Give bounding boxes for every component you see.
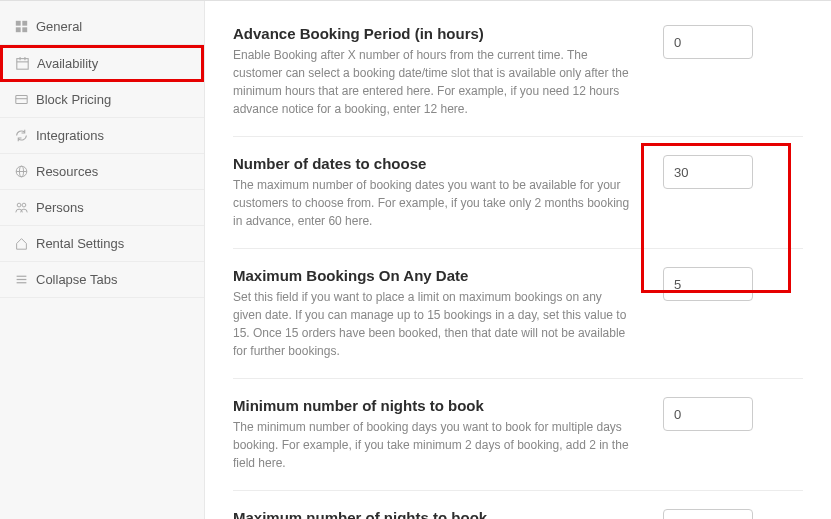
svg-rect-1 [22, 21, 27, 26]
field-title: Maximum Bookings On Any Date [233, 267, 633, 284]
svg-rect-8 [15, 95, 26, 103]
globe-icon [14, 165, 28, 179]
field-description: The minimum number of booking days you w… [233, 418, 633, 472]
field-max-bookings: Maximum Bookings On Any Date Set this fi… [233, 249, 803, 379]
svg-point-13 [17, 203, 21, 207]
svg-rect-2 [15, 27, 20, 32]
svg-rect-3 [22, 27, 27, 32]
sidebar-item-label: Collapse Tabs [36, 272, 117, 287]
sidebar: General Availability Block Pricing Integ… [0, 1, 205, 519]
calendar-icon [15, 57, 29, 71]
field-description: Set this field if you want to place a li… [233, 288, 633, 360]
field-min-nights: Minimum number of nights to book The min… [233, 379, 803, 491]
max-bookings-input[interactable] [663, 267, 753, 301]
sidebar-item-label: Resources [36, 164, 98, 179]
field-num-dates: Number of dates to choose The maximum nu… [233, 137, 803, 249]
sidebar-item-label: Integrations [36, 128, 104, 143]
field-description: Enable Booking after X number of hours f… [233, 46, 633, 118]
svg-point-14 [22, 203, 26, 207]
num-dates-input[interactable] [663, 155, 753, 189]
field-title: Minimum number of nights to book [233, 397, 633, 414]
advance-booking-input[interactable] [663, 25, 753, 59]
field-title: Number of dates to choose [233, 155, 633, 172]
sidebar-item-rental-settings[interactable]: Rental Settings [0, 226, 204, 262]
settings-panel: Advance Booking Period (in hours) Enable… [205, 1, 831, 519]
field-title: Maximum number of nights to book [233, 509, 633, 519]
menu-icon [14, 273, 28, 287]
sidebar-item-label: Rental Settings [36, 236, 124, 251]
users-icon [14, 201, 28, 215]
sidebar-item-label: Persons [36, 200, 84, 215]
svg-rect-4 [16, 59, 27, 70]
sidebar-item-integrations[interactable]: Integrations [0, 118, 204, 154]
refresh-icon [14, 129, 28, 143]
field-advance-booking: Advance Booking Period (in hours) Enable… [233, 21, 803, 137]
sidebar-item-block-pricing[interactable]: Block Pricing [0, 82, 204, 118]
sidebar-item-persons[interactable]: Persons [0, 190, 204, 226]
field-title: Advance Booking Period (in hours) [233, 25, 633, 42]
grid-icon [14, 20, 28, 34]
sidebar-item-general[interactable]: General [0, 9, 204, 45]
card-icon [14, 93, 28, 107]
svg-rect-0 [15, 21, 20, 26]
sidebar-item-collapse-tabs[interactable]: Collapse Tabs [0, 262, 204, 298]
sidebar-item-resources[interactable]: Resources [0, 154, 204, 190]
sidebar-item-label: Availability [37, 56, 98, 71]
max-nights-input[interactable] [663, 509, 753, 519]
field-max-nights: Maximum number of nights to book The max… [233, 491, 803, 519]
sidebar-item-availability[interactable]: Availability [0, 45, 204, 82]
sidebar-item-label: General [36, 19, 82, 34]
min-nights-input[interactable] [663, 397, 753, 431]
home-icon [14, 237, 28, 251]
sidebar-item-label: Block Pricing [36, 92, 111, 107]
field-description: The maximum number of booking dates you … [233, 176, 633, 230]
